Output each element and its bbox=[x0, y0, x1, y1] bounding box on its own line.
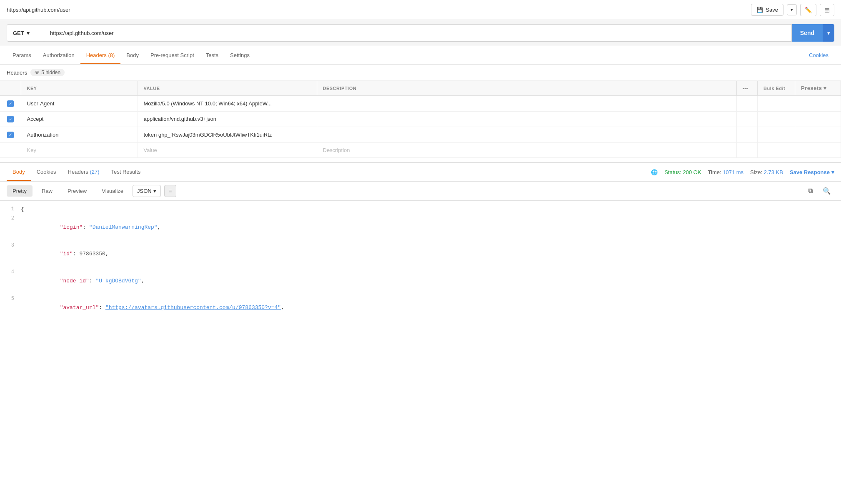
code-line-5: 5 "avatar_url": "https://avatars.githubu… bbox=[0, 294, 841, 321]
presets-arrow-icon: ▾ bbox=[823, 85, 827, 91]
request-tabs: Params Authorization Headers (8) Body Pr… bbox=[0, 46, 841, 65]
row-key-3[interactable]: Authorization bbox=[21, 127, 138, 143]
save-button[interactable]: 💾 Save bbox=[751, 4, 783, 16]
row-key-1[interactable]: User-Agent bbox=[21, 96, 138, 112]
size-label: Size: 2.73 KB bbox=[750, 169, 783, 175]
table-row: ✓ Accept application/vnd.github.v3+json bbox=[0, 111, 841, 127]
send-button[interactable]: Send bbox=[792, 24, 823, 42]
format-right-actions: ⧉ 🔍 bbox=[805, 185, 834, 197]
edit-button[interactable]: ✏️ bbox=[800, 4, 816, 16]
save-dropdown-button[interactable]: ▾ bbox=[787, 4, 797, 15]
method-select[interactable]: GET ▾ bbox=[7, 24, 44, 42]
row-desc-1[interactable] bbox=[317, 96, 737, 112]
table-row-empty: Key Value Description bbox=[0, 142, 841, 157]
code-area: 1 { 2 "login": "DanielManwarningRep", 3 … bbox=[0, 201, 841, 326]
hidden-badge: 👁 5 hidden bbox=[30, 69, 65, 76]
code-line-1: 1 { bbox=[0, 205, 841, 215]
comment-button[interactable]: ▤ bbox=[820, 4, 834, 16]
res-tab-body[interactable]: Body bbox=[7, 164, 31, 181]
code-line-2: 2 "login": "DanielManwarningRep", bbox=[0, 214, 841, 241]
empty-key-input[interactable]: Key bbox=[21, 142, 138, 157]
tab-prerequest[interactable]: Pre-request Script bbox=[145, 47, 200, 64]
row-desc-3[interactable] bbox=[317, 127, 737, 143]
fmt-tab-pretty[interactable]: Pretty bbox=[7, 185, 33, 197]
fmt-tab-preview[interactable]: Preview bbox=[62, 185, 93, 197]
filter-icon: ≡ bbox=[169, 188, 172, 194]
row-checkbox-1[interactable]: ✓ bbox=[0, 96, 21, 112]
copy-button[interactable]: ⧉ bbox=[805, 185, 816, 197]
headers-section: Headers 👁 5 hidden KEY VALUE DESCRIPTION… bbox=[0, 65, 841, 158]
headers-label-text: Headers bbox=[7, 70, 27, 76]
empty-desc-input[interactable]: Description bbox=[317, 142, 737, 157]
col-actions-header: ••• bbox=[737, 81, 758, 96]
tab-cookies[interactable]: Cookies bbox=[803, 47, 834, 64]
res-tab-test-results[interactable]: Test Results bbox=[105, 164, 147, 181]
request-url-title: https://api.github.com/user bbox=[7, 7, 70, 13]
row-desc-2[interactable] bbox=[317, 111, 737, 127]
fmt-tab-visualize[interactable]: Visualize bbox=[96, 185, 129, 197]
tab-settings[interactable]: Settings bbox=[224, 47, 255, 64]
search-icon: 🔍 bbox=[823, 187, 831, 195]
empty-value-input[interactable]: Value bbox=[138, 142, 317, 157]
method-label: GET bbox=[13, 30, 24, 36]
time-label: Time: 1071 ms bbox=[708, 169, 744, 175]
row-value-2[interactable]: application/vnd.github.v3+json bbox=[138, 111, 317, 127]
copy-icon: ⧉ bbox=[808, 187, 813, 194]
url-input[interactable] bbox=[44, 24, 792, 42]
table-row: ✓ Authorization token ghp_fRswJaj03mGDCl… bbox=[0, 127, 841, 143]
table-row: ✓ User-Agent Mozilla/5.0 (Windows NT 10.… bbox=[0, 96, 841, 112]
col-value-header: VALUE bbox=[138, 81, 317, 96]
col-key-header: KEY bbox=[21, 81, 138, 96]
row-value-3[interactable]: token ghp_fRswJaj03mGDClR5oUblJtWliwTKfi… bbox=[138, 127, 317, 143]
row-checkbox-2[interactable]: ✓ bbox=[0, 111, 21, 127]
headers-label-row: Headers 👁 5 hidden bbox=[0, 65, 841, 81]
col-desc-header: DESCRIPTION bbox=[317, 81, 737, 96]
col-presets-header[interactable]: Presets ▾ bbox=[795, 81, 841, 96]
top-bar: https://api.github.com/user 💾 Save ▾ ✏️ … bbox=[0, 0, 841, 20]
comment-icon: ▤ bbox=[824, 7, 830, 13]
url-bar: GET ▾ Send ▾ bbox=[0, 20, 841, 46]
edit-icon: ✏️ bbox=[805, 7, 812, 13]
row-key-2[interactable]: Accept bbox=[21, 111, 138, 127]
status-badge: Status: 200 OK bbox=[664, 169, 701, 175]
response-tabs: Body Cookies Headers (27) Test Results 🌐… bbox=[0, 163, 841, 182]
top-bar-actions: 💾 Save ▾ ✏️ ▤ bbox=[751, 4, 834, 16]
col-check-header bbox=[0, 81, 21, 96]
col-bulk-header[interactable]: Bulk Edit bbox=[758, 81, 795, 96]
save-response-button[interactable]: Save Response ▾ bbox=[790, 169, 834, 175]
row-checkbox-3[interactable]: ✓ bbox=[0, 127, 21, 143]
tab-params[interactable]: Params bbox=[7, 47, 37, 64]
send-arrow-icon: ▾ bbox=[827, 30, 830, 36]
tab-tests[interactable]: Tests bbox=[200, 47, 224, 64]
save-response-arrow-icon: ▾ bbox=[831, 169, 834, 175]
dots-icon: ••• bbox=[743, 86, 748, 91]
tab-body[interactable]: Body bbox=[120, 47, 145, 64]
format-type-select[interactable]: JSON ▾ bbox=[133, 185, 161, 197]
search-button[interactable]: 🔍 bbox=[819, 185, 834, 197]
response-meta: 🌐 Status: 200 OK Time: 1071 ms Size: 2.7… bbox=[651, 169, 834, 175]
tab-authorization[interactable]: Authorization bbox=[37, 47, 80, 64]
method-arrow-icon: ▾ bbox=[27, 30, 30, 36]
send-dropdown-button[interactable]: ▾ bbox=[823, 24, 834, 42]
tab-headers[interactable]: Headers (8) bbox=[80, 47, 121, 64]
code-line-4: 4 "node_id": "U_kgDOBdVGtg", bbox=[0, 268, 841, 294]
format-bar: Pretty Raw Preview Visualize JSON ▾ ≡ ⧉ … bbox=[0, 182, 841, 201]
send-wrapper: Send ▾ bbox=[792, 24, 834, 42]
res-tab-cookies[interactable]: Cookies bbox=[31, 164, 62, 181]
res-tab-headers[interactable]: Headers (27) bbox=[62, 164, 105, 181]
format-type-arrow-icon: ▾ bbox=[153, 188, 156, 194]
fmt-tab-raw[interactable]: Raw bbox=[36, 185, 58, 197]
headers-table: KEY VALUE DESCRIPTION ••• Bulk Edit Pres… bbox=[0, 81, 841, 158]
globe-icon: 🌐 bbox=[651, 169, 658, 175]
response-section: Body Cookies Headers (27) Test Results 🌐… bbox=[0, 162, 841, 326]
code-line-3: 3 "id": 97863350, bbox=[0, 241, 841, 268]
filter-button[interactable]: ≡ bbox=[164, 185, 177, 197]
save-icon: 💾 bbox=[756, 7, 763, 13]
row-value-1[interactable]: Mozilla/5.0 (Windows NT 10.0; Win64; x64… bbox=[138, 96, 317, 112]
eye-icon: 👁 bbox=[35, 70, 40, 75]
